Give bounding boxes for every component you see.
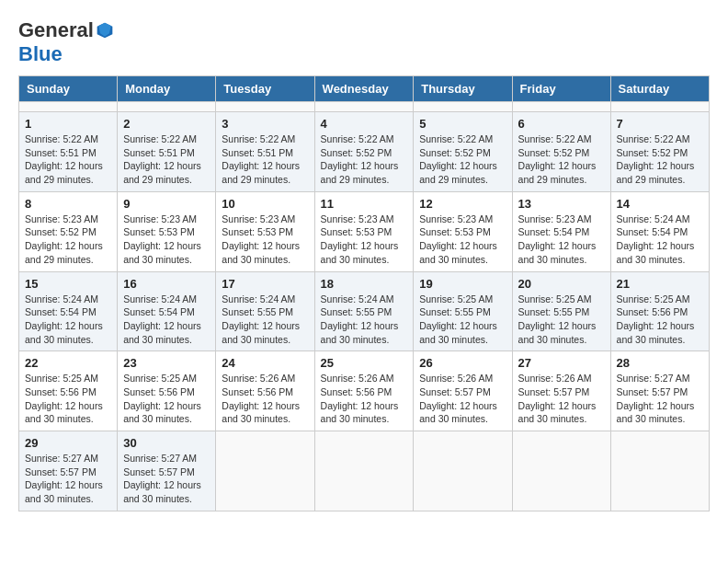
calendar-cell: 30Sunrise: 5:27 AM Sunset: 5:57 PM Dayli… — [118, 431, 216, 511]
calendar-cell — [512, 102, 610, 112]
day-info: Sunrise: 5:23 AM Sunset: 5:53 PM Dayligh… — [419, 213, 506, 267]
page-header: General Blue — [18, 18, 710, 66]
day-number: 24 — [222, 356, 308, 370]
day-number: 20 — [518, 277, 605, 291]
header-friday: Friday — [512, 76, 610, 102]
day-info: Sunrise: 5:25 AM Sunset: 5:55 PM Dayligh… — [419, 293, 506, 347]
calendar-cell: 12Sunrise: 5:23 AM Sunset: 5:53 PM Dayli… — [414, 191, 512, 271]
calendar-cell — [19, 102, 118, 112]
day-number: 21 — [617, 277, 703, 291]
day-number: 2 — [123, 117, 210, 131]
calendar-week-row: 15Sunrise: 5:24 AM Sunset: 5:54 PM Dayli… — [19, 271, 710, 351]
calendar-header-row: SundayMondayTuesdayWednesdayThursdayFrid… — [19, 76, 710, 102]
calendar-cell: 6Sunrise: 5:22 AM Sunset: 5:52 PM Daylig… — [512, 112, 610, 192]
day-info: Sunrise: 5:24 AM Sunset: 5:54 PM Dayligh… — [617, 213, 703, 267]
day-info: Sunrise: 5:26 AM Sunset: 5:57 PM Dayligh… — [419, 372, 506, 426]
day-number: 22 — [25, 356, 111, 370]
calendar-cell: 13Sunrise: 5:23 AM Sunset: 5:54 PM Dayli… — [512, 191, 610, 271]
header-sunday: Sunday — [19, 76, 118, 102]
day-info: Sunrise: 5:22 AM Sunset: 5:52 PM Dayligh… — [518, 132, 605, 187]
day-info: Sunrise: 5:25 AM Sunset: 5:56 PM Dayligh… — [25, 372, 111, 426]
day-number: 13 — [518, 197, 605, 211]
day-number: 29 — [25, 436, 111, 450]
calendar-cell: 1Sunrise: 5:22 AM Sunset: 5:51 PM Daylig… — [19, 112, 118, 192]
calendar-cell: 18Sunrise: 5:24 AM Sunset: 5:55 PM Dayli… — [314, 271, 414, 351]
day-info: Sunrise: 5:22 AM Sunset: 5:51 PM Dayligh… — [123, 132, 210, 187]
calendar-cell: 20Sunrise: 5:25 AM Sunset: 5:55 PM Dayli… — [512, 271, 610, 351]
calendar-cell — [414, 431, 512, 511]
day-number: 17 — [222, 277, 308, 291]
day-number: 23 — [123, 356, 210, 370]
calendar-cell: 3Sunrise: 5:22 AM Sunset: 5:51 PM Daylig… — [216, 112, 314, 192]
day-info: Sunrise: 5:23 AM Sunset: 5:53 PM Dayligh… — [321, 213, 408, 267]
day-number: 16 — [123, 277, 210, 291]
day-info: Sunrise: 5:24 AM Sunset: 5:55 PM Dayligh… — [222, 293, 308, 347]
calendar-cell: 27Sunrise: 5:26 AM Sunset: 5:57 PM Dayli… — [512, 351, 610, 431]
calendar-cell: 28Sunrise: 5:27 AM Sunset: 5:57 PM Dayli… — [610, 351, 709, 431]
day-info: Sunrise: 5:23 AM Sunset: 5:53 PM Dayligh… — [222, 213, 308, 267]
day-info: Sunrise: 5:23 AM Sunset: 5:54 PM Dayligh… — [518, 213, 605, 267]
header-wednesday: Wednesday — [314, 76, 414, 102]
day-number: 30 — [123, 436, 210, 450]
calendar-cell: 5Sunrise: 5:22 AM Sunset: 5:52 PM Daylig… — [414, 112, 512, 192]
calendar-cell: 24Sunrise: 5:26 AM Sunset: 5:56 PM Dayli… — [216, 351, 314, 431]
day-number: 5 — [419, 117, 506, 131]
day-info: Sunrise: 5:22 AM Sunset: 5:52 PM Dayligh… — [321, 132, 408, 187]
header-tuesday: Tuesday — [216, 76, 314, 102]
calendar-cell: 14Sunrise: 5:24 AM Sunset: 5:54 PM Dayli… — [610, 191, 709, 271]
calendar-cell: 8Sunrise: 5:23 AM Sunset: 5:52 PM Daylig… — [19, 191, 118, 271]
calendar-cell: 22Sunrise: 5:25 AM Sunset: 5:56 PM Dayli… — [19, 351, 118, 431]
day-number: 14 — [617, 197, 703, 211]
calendar-cell — [512, 431, 610, 511]
calendar-week-row: 1Sunrise: 5:22 AM Sunset: 5:51 PM Daylig… — [19, 112, 710, 192]
day-number: 27 — [518, 356, 605, 370]
calendar-week-row — [19, 102, 710, 112]
day-info: Sunrise: 5:22 AM Sunset: 5:52 PM Dayligh… — [419, 132, 506, 187]
day-info: Sunrise: 5:24 AM Sunset: 5:54 PM Dayligh… — [123, 293, 210, 347]
calendar-cell — [118, 102, 216, 112]
calendar-cell: 11Sunrise: 5:23 AM Sunset: 5:53 PM Dayli… — [314, 191, 414, 271]
calendar-cell: 21Sunrise: 5:25 AM Sunset: 5:56 PM Dayli… — [610, 271, 709, 351]
day-number: 8 — [25, 197, 111, 211]
day-info: Sunrise: 5:22 AM Sunset: 5:51 PM Dayligh… — [222, 132, 308, 187]
day-info: Sunrise: 5:23 AM Sunset: 5:53 PM Dayligh… — [123, 213, 210, 267]
day-info: Sunrise: 5:27 AM Sunset: 5:57 PM Dayligh… — [25, 452, 111, 506]
calendar-cell: 17Sunrise: 5:24 AM Sunset: 5:55 PM Dayli… — [216, 271, 314, 351]
day-number: 28 — [617, 356, 703, 370]
logo-blue-text: Blue — [18, 42, 63, 66]
day-info: Sunrise: 5:25 AM Sunset: 5:56 PM Dayligh… — [123, 372, 210, 426]
day-number: 25 — [321, 356, 408, 370]
header-monday: Monday — [118, 76, 216, 102]
calendar-cell — [610, 431, 709, 511]
calendar-cell — [216, 431, 314, 511]
calendar-cell — [314, 102, 414, 112]
day-number: 4 — [321, 117, 408, 131]
day-info: Sunrise: 5:24 AM Sunset: 5:55 PM Dayligh… — [321, 293, 408, 347]
calendar-cell: 26Sunrise: 5:26 AM Sunset: 5:57 PM Dayli… — [414, 351, 512, 431]
calendar-table: SundayMondayTuesdayWednesdayThursdayFrid… — [18, 75, 710, 511]
header-saturday: Saturday — [610, 76, 709, 102]
day-number: 7 — [617, 117, 703, 131]
day-number: 18 — [321, 277, 408, 291]
day-info: Sunrise: 5:25 AM Sunset: 5:56 PM Dayligh… — [617, 293, 703, 347]
calendar-cell: 29Sunrise: 5:27 AM Sunset: 5:57 PM Dayli… — [19, 431, 118, 511]
calendar-cell: 2Sunrise: 5:22 AM Sunset: 5:51 PM Daylig… — [118, 112, 216, 192]
day-info: Sunrise: 5:27 AM Sunset: 5:57 PM Dayligh… — [123, 452, 210, 506]
day-number: 3 — [222, 117, 308, 131]
day-number: 9 — [123, 197, 210, 211]
logo-icon — [96, 21, 114, 40]
day-info: Sunrise: 5:22 AM Sunset: 5:51 PM Dayligh… — [25, 132, 111, 187]
day-number: 19 — [419, 277, 506, 291]
calendar-cell: 9Sunrise: 5:23 AM Sunset: 5:53 PM Daylig… — [118, 191, 216, 271]
calendar-cell — [314, 431, 414, 511]
calendar-cell: 7Sunrise: 5:22 AM Sunset: 5:52 PM Daylig… — [610, 112, 709, 192]
header-thursday: Thursday — [414, 76, 512, 102]
calendar-cell — [414, 102, 512, 112]
calendar-cell — [610, 102, 709, 112]
calendar-cell: 25Sunrise: 5:26 AM Sunset: 5:56 PM Dayli… — [314, 351, 414, 431]
day-number: 15 — [25, 277, 111, 291]
calendar-cell: 16Sunrise: 5:24 AM Sunset: 5:54 PM Dayli… — [118, 271, 216, 351]
calendar-cell: 4Sunrise: 5:22 AM Sunset: 5:52 PM Daylig… — [314, 112, 414, 192]
day-number: 11 — [321, 197, 408, 211]
day-info: Sunrise: 5:26 AM Sunset: 5:56 PM Dayligh… — [321, 372, 408, 426]
